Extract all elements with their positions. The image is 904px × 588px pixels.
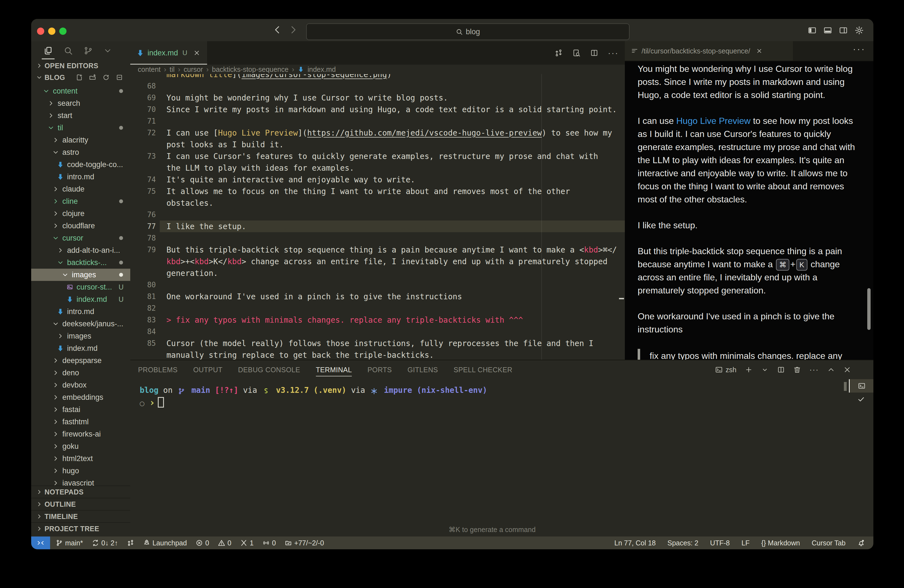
editor-line[interactable]: the LLM to play with ideas for examples. <box>130 162 625 174</box>
forward-icon[interactable] <box>288 25 298 35</box>
preview-more-actions-icon[interactable]: ··· <box>853 43 866 54</box>
tree-item-code-toggle-co-[interactable]: code-toggle-co... <box>31 158 130 171</box>
close-tab-icon[interactable] <box>193 49 200 56</box>
tree-item-embeddings[interactable]: embeddings <box>31 391 130 403</box>
editor-line-83[interactable]: 83> fix any typos with minimals changes.… <box>130 314 625 326</box>
editor-line-80[interactable]: 80 <box>130 279 625 291</box>
editor-line-75[interactable]: 75It allows me to focus on the thing I w… <box>130 185 625 197</box>
terminal-output[interactable]: blog on main [!?↑] via v3.12.7 (.venv) v… <box>140 384 487 409</box>
tree-item-index-md[interactable]: index.mdU <box>31 293 130 305</box>
tree-item-fasthtml[interactable]: fasthtml <box>31 416 130 428</box>
hugo-live-preview-link[interactable]: Hugo Live Preview <box>676 116 751 126</box>
tree-item-images[interactable]: images <box>31 269 130 281</box>
chevron-icon[interactable] <box>51 370 61 376</box>
panel-tab-debug-console[interactable]: DEBUG CONSOLE <box>238 360 300 379</box>
status--markdown[interactable]: {} Markdown <box>761 539 800 547</box>
breadcrumb-item[interactable]: content <box>138 65 161 74</box>
editor-code-area[interactable]: markdown title](images/cursor-stop-seque… <box>130 68 625 360</box>
panel-tab-output[interactable]: OUTPUT <box>193 360 222 379</box>
breadcrumb-item[interactable]: til <box>169 65 174 74</box>
sidebar-section-outline[interactable]: OUTLINE <box>31 498 130 510</box>
tree-item-add-alt-to-an-i-[interactable]: add-alt-to-an-i... <box>31 244 130 256</box>
chevron-icon[interactable] <box>51 235 61 241</box>
panel-tab-gitlens[interactable]: GITLENS <box>408 360 438 379</box>
new-file-icon[interactable] <box>76 74 83 81</box>
chevron-icon[interactable] <box>60 272 70 278</box>
close-window-button[interactable] <box>37 28 44 35</box>
chevron-icon[interactable] <box>55 333 65 339</box>
zoom-window-button[interactable] <box>59 28 66 35</box>
tree-item-deepsparse[interactable]: deepsparse <box>31 354 130 367</box>
project-section-header[interactable]: BLOG <box>31 71 130 83</box>
tree-item-html2text[interactable]: html2text <box>31 452 130 465</box>
status-git-branch[interactable]: main* <box>56 539 83 547</box>
more-actions-icon[interactable]: ··· <box>809 365 819 374</box>
editor-line-78[interactable]: 78 <box>130 232 625 244</box>
status-cursor-tab[interactable]: Cursor Tab <box>812 539 846 547</box>
sidebar-section-project-tree[interactable]: PROJECT TREE <box>31 522 130 534</box>
chevron-icon[interactable] <box>51 419 61 425</box>
editor-line[interactable]: post looks as I build it. <box>130 139 625 150</box>
tree-item-intro-md[interactable]: intro.md <box>31 305 130 318</box>
editor-line-82[interactable]: 82 <box>130 302 625 314</box>
editor-line-77[interactable]: 77I like the setup. <box>130 220 625 232</box>
panel-tab-terminal[interactable]: TERMINAL <box>316 360 352 379</box>
editor-line-84[interactable]: 84 <box>130 326 625 337</box>
breadcrumb-item[interactable]: cursor <box>184 65 203 74</box>
chevron-icon[interactable] <box>51 443 61 450</box>
notifications-bell-icon[interactable] <box>857 539 865 547</box>
search-view-icon[interactable] <box>63 41 73 60</box>
chevron-icon[interactable] <box>55 259 65 266</box>
editor-line-68[interactable]: 68 <box>130 80 625 92</box>
panel-tab-problems[interactable]: PROBLEMS <box>138 360 178 379</box>
status-folder-check[interactable]: +77/~2/-0 <box>285 539 324 547</box>
chevron-icon[interactable] <box>51 468 61 474</box>
sidebar-section-notepads[interactable]: NOTEPADS <box>31 485 130 498</box>
tree-item-claude[interactable]: claude <box>31 183 130 195</box>
tree-item-astro[interactable]: astro <box>31 146 130 158</box>
tab-index-md[interactable]: index.md U <box>130 41 207 65</box>
chevron-icon[interactable] <box>46 112 56 119</box>
tree-item-clojure[interactable]: clojure <box>31 207 130 220</box>
tree-item-images[interactable]: images <box>31 330 130 342</box>
editor-line-69[interactable]: 69You might be wondering why I use Curso… <box>130 92 625 104</box>
chevron-icon[interactable] <box>46 125 56 131</box>
tree-item-devbox[interactable]: devbox <box>31 379 130 391</box>
status-rocket[interactable]: Launchpad <box>143 539 187 547</box>
tree-item-cursor-st-[interactable]: cursor-st...U <box>31 281 130 293</box>
status-utf-8[interactable]: UTF-8 <box>710 539 730 547</box>
chevron-icon[interactable] <box>51 455 61 462</box>
kill-terminal-icon[interactable] <box>793 366 801 374</box>
new-folder-icon[interactable] <box>89 74 96 81</box>
editor-line-81[interactable]: 81One workaround I've used in a pinch is… <box>130 291 625 302</box>
status-error[interactable]: 0 <box>196 539 209 547</box>
editor-line-72[interactable]: 72I can use [Hugo Live Preview](https://… <box>130 127 625 139</box>
terminal-list-check[interactable] <box>849 392 873 406</box>
chevron-icon[interactable] <box>51 431 61 437</box>
explorer-icon[interactable] <box>43 41 53 60</box>
terminal-list-scrollbar[interactable] <box>844 382 847 391</box>
chevron-icon[interactable] <box>51 406 61 413</box>
chevron-icon[interactable] <box>51 186 61 192</box>
status-ln-77-col-18[interactable]: Ln 77, Col 18 <box>614 539 656 547</box>
terminal-list-item-zsh[interactable] <box>849 379 873 392</box>
chevron-icon[interactable] <box>51 321 61 327</box>
editor-line[interactable]: generation. <box>130 267 625 279</box>
tree-item-intro-md[interactable]: intro.md <box>31 171 130 183</box>
tree-item-javascript[interactable]: javascript <box>31 477 130 485</box>
terminal-shell-label[interactable]: zsh <box>715 366 736 374</box>
collapse-folders-icon[interactable] <box>116 74 123 81</box>
toggle-primary-sidebar-icon[interactable] <box>808 25 817 35</box>
split-editor-icon[interactable] <box>590 49 598 57</box>
editor-line[interactable]: kbd>+<kbd>K</kbd> change across an entir… <box>130 256 625 267</box>
chevron-icon[interactable] <box>51 357 61 364</box>
editor-line-73[interactable]: 73I can use Cursor's features to quickly… <box>130 150 625 162</box>
terminal-dropdown-icon[interactable] <box>761 366 769 374</box>
tree-item-search[interactable]: search <box>31 97 130 109</box>
close-panel-icon[interactable] <box>843 366 851 374</box>
status-sync-arrows[interactable]: 0↓ 2↑ <box>92 539 118 547</box>
tree-item-start[interactable]: start <box>31 109 130 122</box>
preview-scrollbar[interactable] <box>867 288 871 330</box>
terminal-input-line[interactable]: ○ › <box>140 397 487 409</box>
status-broadcast[interactable]: 0 <box>262 539 276 547</box>
